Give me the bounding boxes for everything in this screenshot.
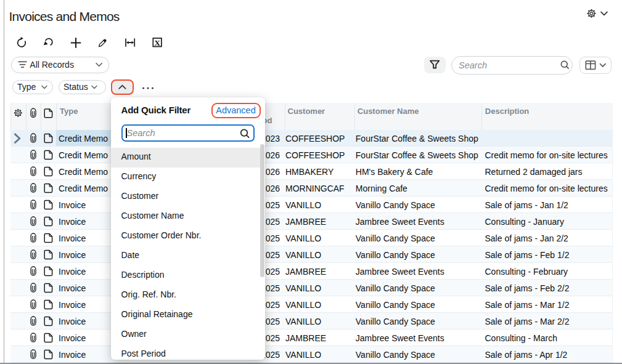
svg-text:X: X — [154, 38, 160, 47]
